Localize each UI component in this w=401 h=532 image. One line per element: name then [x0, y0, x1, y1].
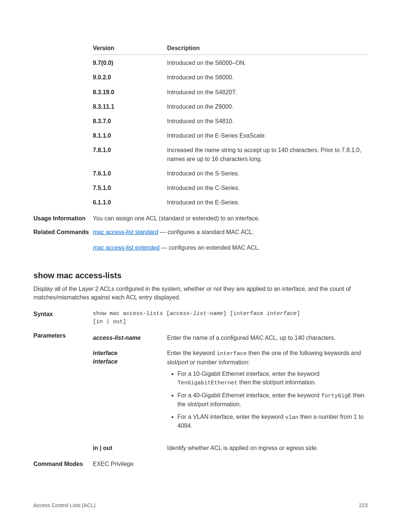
list-item: For a 40-Gigabit Ethernet interface, ent…	[177, 391, 368, 409]
param-bullet-list: For a 10-Gigabit Ethernet interface, ent…	[167, 370, 368, 430]
related-item: mac access-list standard — configures a …	[93, 228, 368, 236]
syntax-content: show mac access-lists [access-list-name]…	[93, 310, 368, 326]
description-cell: Introduced on the S6000.	[167, 73, 368, 82]
usage-label: Usage Information	[33, 214, 93, 223]
page-footer: Access Control Lists (ACL) 223	[33, 502, 368, 509]
table-row: 8.3.19.0 Introduced on the S4820T.	[93, 85, 368, 99]
table-row: 9.0.2.0 Introduced on the S6000.	[93, 70, 368, 85]
related-item: mac access-list extended — configures an…	[93, 243, 368, 252]
related-commands-row: Related Commands mac access-list standar…	[33, 228, 368, 252]
table-row: 6.1.1.0 Introduced on the E-Series.	[93, 195, 368, 210]
footer-page-number: 223	[359, 502, 368, 509]
bullet-pre: For a 40-Gigabit Ethernet interface, ent…	[177, 392, 321, 398]
parameter-item: interface interface Enter the keyword in…	[93, 347, 368, 436]
parameter-item: in | out Identify whether ACL is applied…	[93, 441, 368, 454]
list-item: For a 10-Gigabit Ethernet interface, ent…	[177, 370, 368, 387]
description-cell: Introduced on the S-Series.	[167, 169, 368, 178]
table-row: 7.5.1.0 Introduced on the C-Series.	[93, 181, 368, 195]
section-description: Display all of the Layer 2 ACLs configur…	[33, 285, 368, 302]
syntax-text: ] [interface	[223, 311, 267, 317]
param-desc-code: interface	[216, 351, 247, 357]
syntax-arg: interface	[267, 311, 297, 317]
description-cell: Introduced on the C-Series.	[167, 184, 368, 192]
param-desc-pre: Enter the keyword	[167, 350, 216, 356]
version-cell: 6.1.1.0	[93, 198, 167, 207]
version-cell: 9.7(0.0)	[93, 59, 167, 67]
param-name-arg: interface	[93, 358, 118, 365]
syntax-row: Syntax show mac access-lists [access-lis…	[33, 310, 368, 326]
command-modes-label: Command Modes	[33, 460, 93, 468]
table-row: 8.1.1.0 Introduced on the E-Series ExaSc…	[93, 128, 368, 143]
param-name-keyword: interface	[93, 350, 118, 356]
mac-access-list-standard-link[interactable]: mac access-list standard	[93, 229, 158, 235]
list-item: For a VLAN interface, enter the keyword …	[177, 413, 368, 430]
related-label: Related Commands	[33, 228, 93, 236]
col-version-header: Version	[93, 44, 167, 52]
bullet-code: vlan	[285, 414, 299, 421]
command-modes-value: EXEC Privilege	[93, 460, 368, 468]
description-cell: Introduced on the E-Series ExaScale.	[167, 131, 368, 140]
usage-text: You can assign one ACL (standard or exte…	[93, 214, 368, 223]
footer-left: Access Control Lists (ACL)	[33, 502, 95, 509]
version-history-table: Version Description 9.7(0.0) Introduced …	[93, 41, 368, 210]
description-cell: Introduced on the S6000–ON.	[167, 59, 368, 67]
table-row: 7.6.1.0 Introduced on the S-Series.	[93, 166, 368, 181]
param-desc: Identify whether ACL is applied on ingre…	[167, 444, 368, 452]
version-cell: 8.3.11.1	[93, 102, 167, 111]
param-desc: Enter the keyword interface then the one…	[167, 349, 368, 434]
param-desc: Enter the name of a configured MAC ACL, …	[167, 334, 368, 342]
description-cell: Increased the name string to accept up t…	[167, 146, 368, 163]
section-title: show mac access-lists	[33, 270, 368, 282]
param-name: interface interface	[93, 349, 167, 434]
related-item-rest: — configures a standard MAC ACL.	[158, 229, 254, 235]
version-cell: 8.3.19.0	[93, 88, 167, 96]
usage-information-row: Usage Information You can assign one ACL…	[33, 214, 368, 223]
table-row: 8.3.7.0 Introduced on the S4810.	[93, 114, 368, 128]
parameter-item: access-list-name Enter the name of a con…	[93, 331, 368, 344]
param-name: access-list-name	[93, 334, 167, 342]
page-container: Version Description 9.7(0.0) Introduced …	[0, 0, 401, 524]
col-description-header: Description	[167, 44, 368, 52]
description-cell: Introduced on the Z9000.	[167, 102, 368, 111]
description-cell: Introduced on the E-Series.	[167, 198, 368, 207]
version-cell: 7.5.1.0	[93, 184, 167, 192]
mac-access-list-extended-link[interactable]: mac access-list extended	[93, 244, 160, 251]
table-row: 8.3.11.1 Introduced on the Z9000.	[93, 99, 368, 114]
description-cell: Introduced on the S4810.	[167, 117, 368, 125]
syntax-text: [in | out]	[93, 319, 126, 325]
syntax-text: ]	[297, 311, 300, 317]
command-modes-row: Command Modes EXEC Privilege	[33, 460, 368, 468]
bullet-code: TenGigabitEthernet	[177, 380, 238, 386]
version-cell: 8.3.7.0	[93, 117, 167, 125]
syntax-arg: access-list-name	[170, 311, 223, 317]
parameters-label: Parameters	[33, 331, 93, 340]
bullet-pre: For a VLAN interface, enter the keyword	[177, 414, 285, 420]
version-cell: 7.8.1.0	[93, 146, 167, 163]
table-header-row: Version Description	[93, 41, 368, 55]
version-cell: 8.1.1.0	[93, 131, 167, 140]
bullet-code: fortyGigE	[321, 393, 351, 399]
bullet-pre: For a 10-Gigabit Ethernet interface, ent…	[177, 371, 319, 377]
parameters-row: Parameters access-list-name Enter the na…	[33, 331, 368, 454]
table-row: 9.7(0.0) Introduced on the S6000–ON.	[93, 56, 368, 70]
syntax-text: show mac access-lists [	[93, 311, 170, 317]
version-cell: 7.6.1.0	[93, 169, 167, 178]
param-name: in | out	[93, 444, 167, 452]
description-cell: Introduced on the S4820T.	[167, 88, 368, 96]
syntax-label: Syntax	[33, 310, 93, 318]
table-row: 7.8.1.0 Increased the name string to acc…	[93, 143, 368, 166]
related-item-rest: — configures an extended MAC ACL.	[160, 244, 260, 251]
version-cell: 9.0.2.0	[93, 73, 167, 82]
bullet-post: then the slot/port information.	[238, 379, 316, 385]
